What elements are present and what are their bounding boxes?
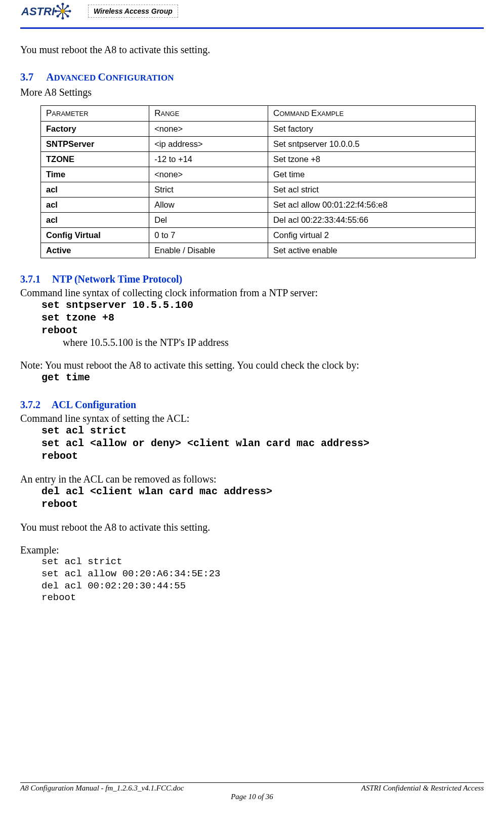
- ntp-cmd-2: set tzone +8: [41, 311, 484, 324]
- section-3-7-heading: 3.7 ADVANCED CONFIGURATION: [20, 71, 484, 84]
- cell-range: Strict: [149, 182, 268, 197]
- col-command-example: COMMAND EXAMPLE: [268, 106, 475, 122]
- cell-parameter: acl: [41, 213, 149, 228]
- intro-paragraph: You must reboot the A8 to activate this …: [20, 43, 484, 57]
- svg-point-12: [57, 5, 59, 8]
- table-row: aclStrictSet acl strict: [41, 182, 476, 197]
- cell-parameter: acl: [41, 182, 149, 197]
- ntp-cmd-1: set sntpserver 10.5.5.100: [41, 299, 484, 311]
- header-divider: [20, 27, 484, 29]
- section-number: 3.7: [20, 71, 44, 84]
- cell-parameter: acl: [41, 197, 149, 213]
- subsection-number: 3.7.2: [20, 399, 50, 411]
- subsection-number: 3.7.1: [20, 273, 50, 285]
- cell-parameter: Config Virtual: [41, 228, 149, 243]
- cell-parameter: TZONE: [41, 152, 149, 167]
- table-row: Time<none>Get time: [41, 167, 476, 182]
- acl-cmd-4: del acl <client wlan card mac address>: [41, 485, 484, 498]
- cell-range: Del: [149, 213, 268, 228]
- acl-cmd-1: set acl strict: [41, 424, 484, 437]
- cell-parameter: Time: [41, 167, 149, 182]
- footer-left: A8 Configuration Manual - fm_1.2.6.3_v4.…: [20, 784, 184, 793]
- acl-intro: Command line syntax of setting the ACL:: [20, 413, 484, 424]
- col-parameter: PARAMETER: [41, 106, 149, 122]
- parameter-table: PARAMETER RANGE COMMAND EXAMPLE Factory<…: [40, 105, 476, 258]
- footer-right: ASTRI Confidential & Restricted Access: [361, 784, 484, 793]
- cell-example: Get time: [268, 167, 475, 182]
- table-row: ActiveEnable / DisableSet active enable: [41, 243, 476, 258]
- table-row: SNTPServer<ip address>Set sntpserver 10.…: [41, 137, 476, 152]
- table-header-row: PARAMETER RANGE COMMAND EXAMPLE: [41, 106, 476, 122]
- footer-divider: [20, 782, 484, 783]
- svg-point-11: [67, 15, 69, 18]
- logo-area: ASTRI Wireless Access Group: [20, 0, 178, 22]
- page-footer: A8 Configuration Manual - fm_1.2.6.3_v4.…: [20, 782, 484, 801]
- example-cmd-4: reboot: [41, 592, 484, 604]
- cell-range: Enable / Disable: [149, 243, 268, 258]
- cell-example: Set acl strict: [268, 182, 475, 197]
- example-label: Example:: [20, 544, 484, 556]
- svg-point-6: [61, 9, 65, 13]
- cell-range: <ip address>: [149, 137, 268, 152]
- example-cmd-3: del acl 00:02:20:30:44:55: [41, 580, 484, 592]
- ntp-where-note: where 10.5.5.100 is the NTP's IP address: [63, 337, 484, 348]
- cell-example: Set factory: [268, 122, 475, 137]
- table-row: aclDelDel acl 00:22:33:44:55:66: [41, 213, 476, 228]
- astri-logo-icon: ASTRI: [20, 0, 81, 22]
- cell-example: Del acl 00:22:33:44:55:66: [268, 213, 475, 228]
- svg-point-7: [69, 10, 71, 13]
- col-range: RANGE: [149, 106, 268, 122]
- table-row: aclAllowSet acl allow 00:01:22:f4:56:e8: [41, 197, 476, 213]
- cell-example: Config virtual 2: [268, 228, 475, 243]
- cell-range: <none>: [149, 122, 268, 137]
- acl-cmd-2: set acl <allow or deny> <client wlan car…: [41, 437, 484, 450]
- cell-parameter: SNTPServer: [41, 137, 149, 152]
- example-cmd-1: set acl strict: [41, 556, 484, 568]
- section-3-7-intro: More A8 Settings: [20, 87, 484, 98]
- svg-point-9: [62, 17, 64, 20]
- section-3-7-2-heading: 3.7.2 ACL Configuration: [20, 399, 484, 411]
- svg-point-13: [67, 5, 69, 8]
- section-title: ADVANCED CONFIGURATION: [46, 71, 174, 83]
- svg-point-14: [57, 15, 59, 18]
- table-row: TZONE-12 to +14Set tzone +8: [41, 152, 476, 167]
- cell-range: -12 to +14: [149, 152, 268, 167]
- ntp-intro: Command line syntax of collecting clock …: [20, 287, 484, 299]
- svg-text:ASTRI: ASTRI: [21, 5, 55, 18]
- acl-cmd-3: reboot: [41, 450, 484, 462]
- example-cmd-2: set acl allow 00:20:A6:34:5E:23: [41, 568, 484, 580]
- cell-example: Set sntpserver 10.0.0.5: [268, 137, 475, 152]
- svg-point-10: [62, 3, 64, 6]
- cell-example: Set acl allow 00:01:22:f4:56:e8: [268, 197, 475, 213]
- ntp-cmd-4: get time: [41, 371, 484, 384]
- table-row: Factory<none>Set factory: [41, 122, 476, 137]
- page-header: ASTRI Wireless Access Group: [20, 0, 484, 22]
- subsection-title: ACL Configuration: [52, 399, 136, 410]
- table-row: Config Virtual0 to 7Config virtual 2: [41, 228, 476, 243]
- section-3-7-1-heading: 3.7.1 NTP (Network Time Protocol): [20, 273, 484, 285]
- cell-example: Set active enable: [268, 243, 475, 258]
- svg-point-8: [55, 10, 57, 13]
- document-page: ASTRI Wireless Access Group You must reb…: [0, 0, 504, 810]
- acl-remove-intro: An entry in the ACL can be removed as fo…: [20, 473, 484, 485]
- cell-range: Allow: [149, 197, 268, 213]
- cell-example: Set tzone +8: [268, 152, 475, 167]
- footer-page-number: Page 10 of 36: [20, 793, 484, 801]
- cell-range: <none>: [149, 167, 268, 182]
- cell-range: 0 to 7: [149, 228, 268, 243]
- acl-cmd-5: reboot: [41, 498, 484, 510]
- ntp-reboot-note: Note: You must reboot the A8 to activate…: [20, 360, 484, 371]
- acl-reboot-note: You must reboot the A8 to activate this …: [20, 522, 484, 533]
- tagline-box: Wireless Access Group: [88, 5, 178, 18]
- cell-parameter: Active: [41, 243, 149, 258]
- ntp-cmd-3: reboot: [41, 324, 484, 337]
- cell-parameter: Factory: [41, 122, 149, 137]
- subsection-title: NTP (Network Time Protocol): [52, 273, 182, 285]
